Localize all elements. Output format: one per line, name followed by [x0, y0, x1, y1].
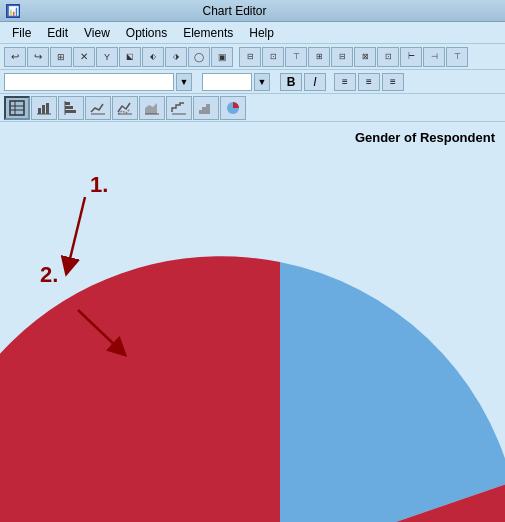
- svg-rect-4: [38, 108, 41, 114]
- menu-options[interactable]: Options: [118, 24, 175, 42]
- bar-chart-h-button[interactable]: [58, 96, 84, 120]
- toolbar-chart-types: [0, 94, 505, 122]
- align-center-button[interactable]: ≡: [358, 73, 380, 91]
- copy-button[interactable]: Y: [96, 47, 118, 67]
- lines-btn1[interactable]: ⊢: [400, 47, 422, 67]
- title-bar-text: Chart Editor: [202, 4, 266, 18]
- toolbar-formatting: ▼ ▼ B I ≡ ≡ ≡: [0, 70, 505, 94]
- pie-chart-button[interactable]: [220, 96, 246, 120]
- toolbar-main: ↩ ↪ ⊞ ✕ Y ⬕ ⬖ ⬗ ◯ ▣ ⊟ ⊡ ⊤ ⊞ ⊟ ⊠ ⊡ ⊢ ⊣ ⊤: [0, 44, 505, 70]
- border-btn1[interactable]: ⊟: [239, 47, 261, 67]
- paste-button[interactable]: ⬕: [119, 47, 141, 67]
- svg-rect-8: [65, 102, 70, 105]
- font-dropdown[interactable]: [4, 73, 174, 91]
- table-chart-button[interactable]: [4, 96, 30, 120]
- box-btn3[interactable]: ⊠: [354, 47, 376, 67]
- table-button[interactable]: ⊞: [50, 47, 72, 67]
- app-icon: 📊: [6, 4, 20, 18]
- fill-button[interactable]: ⬗: [165, 47, 187, 67]
- lines-btn3[interactable]: ⊤: [446, 47, 468, 67]
- annotation-2: 2.: [40, 262, 58, 288]
- svg-rect-5: [42, 105, 45, 114]
- bar-chart-button[interactable]: [31, 96, 57, 120]
- svg-rect-6: [46, 103, 49, 114]
- menu-edit[interactable]: Edit: [39, 24, 76, 42]
- chart-area: Gender of Respondent 1. 2.: [0, 122, 505, 522]
- pie-chart-svg: [0, 122, 505, 522]
- svg-rect-10: [65, 110, 76, 113]
- undo-button[interactable]: ↩: [4, 47, 26, 67]
- area-step-button[interactable]: [193, 96, 219, 120]
- bold-button[interactable]: B: [280, 73, 302, 91]
- italic-button[interactable]: I: [304, 73, 326, 91]
- cut-button[interactable]: ✕: [73, 47, 95, 67]
- svg-marker-14: [145, 103, 157, 114]
- font-dropdown-arrow[interactable]: ▼: [176, 73, 192, 91]
- lines-btn2[interactable]: ⊣: [423, 47, 445, 67]
- line-chart2-button[interactable]: [112, 96, 138, 120]
- align-right-button[interactable]: ≡: [382, 73, 404, 91]
- circle-button[interactable]: ◯: [188, 47, 210, 67]
- area-chart-button[interactable]: [139, 96, 165, 120]
- menu-file[interactable]: File: [4, 24, 39, 42]
- size-dropdown-arrow[interactable]: ▼: [254, 73, 270, 91]
- size-dropdown[interactable]: [202, 73, 252, 91]
- box-btn2[interactable]: ⊟: [331, 47, 353, 67]
- box-btn1[interactable]: ⊞: [308, 47, 330, 67]
- menu-view[interactable]: View: [76, 24, 118, 42]
- border-btn3[interactable]: ⊤: [285, 47, 307, 67]
- menu-elements[interactable]: Elements: [175, 24, 241, 42]
- line-chart-button[interactable]: [85, 96, 111, 120]
- svg-rect-9: [65, 106, 73, 109]
- svg-rect-0: [10, 101, 24, 115]
- menu-help[interactable]: Help: [241, 24, 282, 42]
- annotation-1: 1.: [90, 172, 108, 198]
- redo-button[interactable]: ↪: [27, 47, 49, 67]
- title-bar: 📊 Chart Editor: [0, 0, 505, 22]
- male-slice: [280, 262, 505, 522]
- border-btn2[interactable]: ⊡: [262, 47, 284, 67]
- align-left-button[interactable]: ≡: [334, 73, 356, 91]
- format-button[interactable]: ⬖: [142, 47, 164, 67]
- menu-bar: File Edit View Options Elements Help: [0, 22, 505, 44]
- step-chart-button[interactable]: [166, 96, 192, 120]
- grid-button[interactable]: ▣: [211, 47, 233, 67]
- svg-marker-17: [199, 104, 210, 114]
- box-btn4[interactable]: ⊡: [377, 47, 399, 67]
